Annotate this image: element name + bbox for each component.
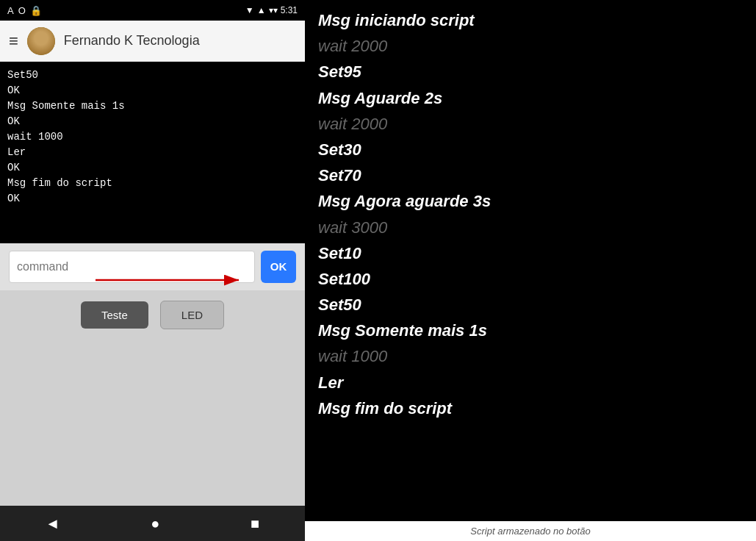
script-item-13: Msg Somente mais 1s xyxy=(318,318,743,343)
script-item-4: Msg Aguarde 2s xyxy=(318,85,743,111)
script-item-16: Msg fim do script xyxy=(318,395,743,421)
avatar xyxy=(27,27,55,55)
status-icon-lock: 🔒 xyxy=(30,5,42,16)
terminal-line-1: Set50 xyxy=(7,68,298,83)
script-item-2: wait 2000 xyxy=(318,33,743,59)
script-item-6: Set30 xyxy=(318,137,743,162)
teste-button[interactable]: Teste xyxy=(81,301,148,329)
terminal-line-5: wait 1000 xyxy=(7,129,298,145)
network-icon: ▲ xyxy=(257,5,266,15)
terminal-line-6: Ler xyxy=(7,145,298,160)
nav-bar: ◄ ● ■ xyxy=(0,506,305,541)
script-item-12: Set50 xyxy=(318,292,743,318)
script-item-10: Set10 xyxy=(318,240,743,266)
script-item-1: Msg iniciando script xyxy=(318,7,743,33)
wifi-icon: ▾▾ xyxy=(269,5,278,15)
back-button[interactable]: ◄ xyxy=(28,515,78,532)
script-item-8: Msg Agora aguarde 3s xyxy=(318,188,743,214)
menu-icon[interactable]: ≡ xyxy=(9,32,18,51)
script-item-3: Set95 xyxy=(318,59,743,85)
app-bar: ≡ Fernando K Tecnologia xyxy=(0,21,305,62)
signal-icon: ▼ xyxy=(245,5,254,15)
terminal-line-7: OK xyxy=(7,160,298,176)
app-title: Fernando K Tecnologia xyxy=(64,33,200,49)
status-bar: A O 🔒 ▼ ▲ ▾▾ 5:31 xyxy=(0,0,305,21)
status-bar-right: ▼ ▲ ▾▾ 5:31 xyxy=(245,5,298,15)
script-caption: Script armazenado no botão xyxy=(305,521,756,541)
script-item-14: wait 1000 xyxy=(318,343,743,369)
status-icon-o: O xyxy=(18,5,26,16)
status-bar-left: A O 🔒 xyxy=(7,5,42,16)
command-area: OK xyxy=(0,243,305,290)
led-button[interactable]: LED xyxy=(160,301,224,329)
buttons-row: Teste LED xyxy=(0,290,305,337)
script-item-7: Set70 xyxy=(318,162,743,188)
ok-button[interactable]: OK xyxy=(261,251,296,283)
terminal-line-8: Msg fim do script xyxy=(7,176,298,191)
script-item-5: wait 2000 xyxy=(318,111,743,137)
command-input[interactable] xyxy=(9,251,255,283)
terminal-line-2: OK xyxy=(7,83,298,98)
home-button[interactable]: ● xyxy=(133,515,177,532)
phone-container: A O 🔒 ▼ ▲ ▾▾ 5:31 ≡ Fernando K Tecnologi… xyxy=(0,0,305,541)
time-display: 5:31 xyxy=(281,5,298,15)
script-panel: Msg iniciando script wait 2000 Set95 Msg… xyxy=(305,0,756,541)
script-item-9: wait 3000 xyxy=(318,215,743,240)
script-item-15: Ler xyxy=(318,370,743,395)
terminal-output: Set50 OK Msg Somente mais 1s OK wait 100… xyxy=(0,62,305,243)
recent-button[interactable]: ■ xyxy=(233,515,277,532)
status-icon-a: A xyxy=(7,5,14,16)
terminal-line-3: Msg Somente mais 1s xyxy=(7,98,298,114)
arrow-spacer xyxy=(0,337,305,506)
script-list: Msg iniciando script wait 2000 Set95 Msg… xyxy=(305,0,756,521)
script-item-11: Set100 xyxy=(318,266,743,292)
terminal-line-9: OK xyxy=(7,191,298,207)
terminal-line-4: OK xyxy=(7,114,298,129)
